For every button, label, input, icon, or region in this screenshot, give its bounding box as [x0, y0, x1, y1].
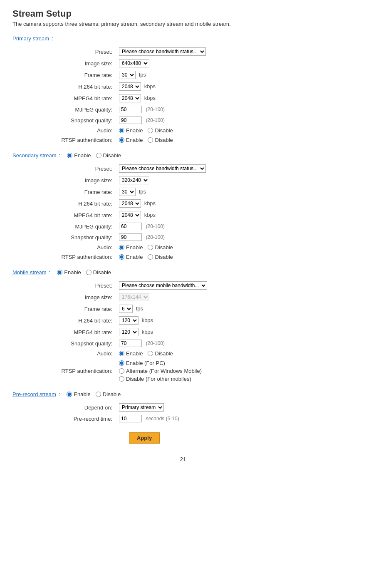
primary-stream-link[interactable]: Primary stream — [12, 35, 49, 42]
mobile-snapshot-input[interactable] — [119, 340, 142, 347]
prerecord-stream-table: Depend on: Primary stream Pre-record tim… — [46, 402, 182, 424]
primary-rtsp-enable-text: Enable — [126, 137, 143, 143]
primary-snapshot-range: (20-100) — [146, 117, 165, 123]
secondary-enable-radio[interactable] — [67, 153, 72, 158]
primary-h264-unit: kbps — [144, 83, 156, 89]
mobile-mpeg4-unit: kbps — [142, 329, 153, 335]
prerecord-disable-text: Disable — [103, 391, 121, 397]
mobile-mpeg4-select[interactable]: 120 — [119, 328, 138, 336]
prerecord-disable-label[interactable]: Disable — [96, 391, 121, 397]
secondary-stream-enable-group: Enable Disable — [67, 152, 121, 159]
mobile-disable-label[interactable]: Disable — [86, 269, 111, 275]
mobile-imagesize-select: 176x144 — [119, 293, 149, 301]
secondary-mjpeg-row: MJPEG quality: (20-100) — [46, 221, 208, 232]
primary-rtsp-enable-radio[interactable] — [119, 137, 124, 143]
mobile-fps-unit: fps — [136, 305, 143, 312]
primary-imagesize-select[interactable]: 640x480 — [119, 59, 149, 67]
secondary-audio-enable-radio[interactable] — [119, 245, 124, 250]
primary-snapshot-input[interactable] — [119, 117, 142, 124]
secondary-rtsp-enable-label[interactable]: Enable — [119, 254, 143, 260]
apply-button[interactable]: Apply — [129, 432, 160, 444]
primary-rtsp-group: Enable Disable — [119, 137, 206, 143]
secondary-snapshot-input[interactable] — [119, 233, 142, 241]
mobile-enable-radio[interactable] — [57, 270, 62, 275]
mobile-disable-radio[interactable] — [86, 270, 92, 275]
primary-h264-select[interactable]: 2048 — [119, 82, 141, 91]
secondary-mpeg4-select[interactable]: 2048 — [119, 211, 141, 219]
primary-mpeg4-select[interactable]: 2048 — [119, 94, 141, 102]
secondary-mjpeg-input[interactable] — [119, 223, 142, 230]
primary-audio-enable-radio[interactable] — [119, 128, 124, 133]
prerecord-enable-group: Enable Disable — [67, 391, 121, 397]
mobile-framerate-select[interactable]: 6 — [119, 305, 133, 313]
secondary-rtsp-enable-radio[interactable] — [119, 254, 124, 260]
secondary-enable-label[interactable]: Enable — [67, 152, 91, 159]
primary-audio-disable-radio[interactable] — [148, 128, 153, 133]
primary-framerate-row: Frame rate: 30 fps — [46, 69, 208, 81]
secondary-stream-link[interactable]: Secondary stream — [12, 152, 57, 159]
secondary-framerate-row: Frame rate: 30 fps — [46, 186, 208, 198]
primary-audio-disable-label[interactable]: Disable — [148, 127, 173, 134]
mobile-h264-unit: kbps — [142, 317, 153, 323]
primary-rtsp-row: RTSP authentication: Enable Disable — [46, 135, 208, 145]
prerecord-time-input[interactable] — [119, 415, 142, 422]
mobile-enable-label[interactable]: Enable — [57, 269, 81, 275]
primary-mpeg4-row: MPEG4 bit rate: 2048 kbps — [46, 92, 208, 104]
mobile-audio-disable-radio[interactable] — [148, 351, 153, 356]
mobile-framerate-row: Frame rate: 6 fps — [46, 303, 210, 315]
secondary-imagesize-select[interactable]: 320x240 — [119, 176, 149, 184]
secondary-disable-label[interactable]: Disable — [96, 152, 121, 159]
mobile-audio-row: Audio: Enable Disable — [46, 349, 210, 358]
primary-preset-select[interactable]: Please choose bandwidth status... — [119, 47, 206, 56]
mobile-audio-label: Audio: — [46, 349, 116, 358]
secondary-snapshot-label: Snapshot quality: — [46, 232, 116, 243]
mobile-audio-enable-label[interactable]: Enable — [119, 350, 143, 357]
primary-audio-enable-text: Enable — [126, 127, 143, 134]
mobile-rtsp-alternate-radio[interactable] — [119, 368, 124, 374]
mobile-h264-select[interactable]: 120 — [119, 316, 138, 325]
primary-h264-label: H.264 bit rate: — [46, 81, 116, 92]
mobile-rtsp-alternate-label[interactable]: Alternate (For Windows Mobile) — [119, 368, 207, 374]
mobile-rtsp-enable-radio[interactable] — [119, 360, 124, 366]
primary-imagesize-label: Image size: — [46, 57, 116, 69]
primary-stream-table: Preset: Please choose bandwidth status..… — [46, 46, 208, 145]
mobile-stream-link[interactable]: Mobile stream — [12, 269, 47, 275]
secondary-rtsp-disable-radio[interactable] — [148, 254, 153, 260]
primary-audio-enable-label[interactable]: Enable — [119, 127, 143, 134]
primary-snapshot-row: Snapshot quality: (20-100) — [46, 115, 208, 126]
secondary-h264-unit: kbps — [144, 200, 156, 206]
mobile-audio-group: Enable Disable — [119, 350, 207, 357]
mobile-rtsp-disable-radio[interactable] — [119, 376, 124, 382]
prerecord-stream-header: Pre-record stream : Enable Disable — [12, 391, 354, 397]
secondary-audio-disable-label[interactable]: Disable — [148, 244, 173, 251]
mobile-audio-disable-text: Disable — [155, 350, 173, 357]
primary-rtsp-disable-radio[interactable] — [148, 137, 153, 143]
secondary-disable-radio[interactable] — [96, 153, 101, 158]
secondary-audio-disable-radio[interactable] — [148, 245, 153, 250]
secondary-mpeg4-unit: kbps — [144, 212, 156, 218]
prerecord-enable-label[interactable]: Enable — [67, 391, 90, 397]
mobile-audio-enable-radio[interactable] — [119, 351, 124, 356]
prerecord-disable-radio[interactable] — [96, 392, 101, 397]
prerecord-dependon-select[interactable]: Primary stream — [119, 403, 164, 412]
mobile-preset-select[interactable]: Please choose mobile bandwidth... — [119, 281, 207, 290]
mobile-rtsp-disable-label[interactable]: Disable (For other mobiles) — [119, 376, 207, 382]
secondary-preset-select[interactable]: Please choose bandwidth status... — [119, 164, 206, 173]
prerecord-enable-radio[interactable] — [67, 392, 72, 397]
mobile-rtsp-enable-text: Enable (For PC) — [126, 360, 165, 366]
primary-framerate-select[interactable]: 30 — [119, 71, 136, 79]
mobile-audio-disable-label[interactable]: Disable — [148, 350, 173, 357]
mobile-rtsp-enable-label[interactable]: Enable (For PC) — [119, 360, 207, 366]
secondary-audio-enable-label[interactable]: Enable — [119, 244, 143, 251]
primary-rtsp-enable-label[interactable]: Enable — [119, 137, 143, 143]
apply-row: Apply — [129, 432, 354, 444]
secondary-disable-text: Disable — [103, 152, 121, 159]
primary-rtsp-disable-label[interactable]: Disable — [148, 137, 173, 143]
prerecord-dependon-row: Depend on: Primary stream — [46, 402, 182, 413]
prerecord-stream-link[interactable]: Pre-record stream — [12, 391, 56, 397]
secondary-audio-label: Audio: — [46, 243, 116, 252]
secondary-rtsp-disable-label[interactable]: Disable — [148, 254, 173, 260]
secondary-h264-select[interactable]: 2048 — [119, 199, 141, 208]
primary-mjpeg-input[interactable] — [119, 106, 142, 113]
secondary-framerate-select[interactable]: 30 — [119, 188, 136, 196]
